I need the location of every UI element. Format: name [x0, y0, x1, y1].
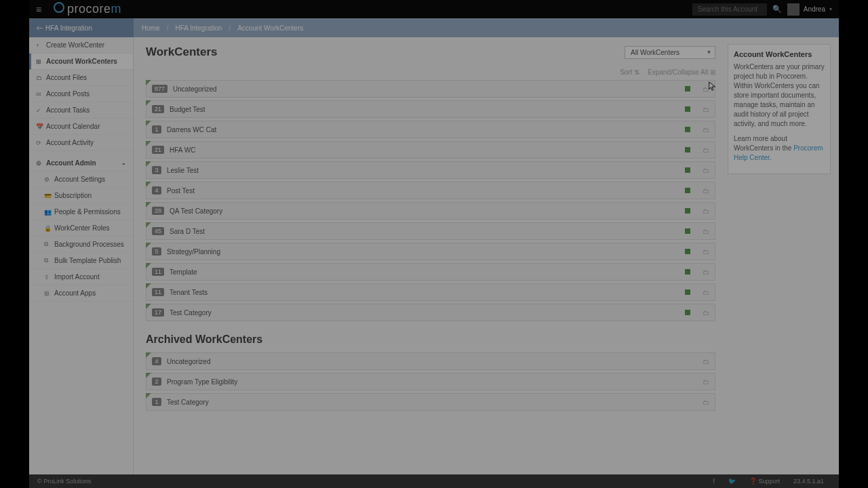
workcenter-name: Uncategorized — [167, 358, 210, 365]
sidebar-item-import-account[interactable]: ⇪Import Account — [29, 269, 133, 285]
user-menu-caret[interactable]: ▾ — [829, 6, 832, 12]
sidebar-item-background-processes[interactable]: ⧉Background Processes — [29, 237, 133, 253]
search-input[interactable] — [692, 3, 767, 16]
breadcrumb-sep: / — [229, 24, 231, 32]
twitter-icon[interactable]: 🐦 — [728, 478, 736, 485]
corner-icon — [146, 263, 151, 268]
sidebar-label: People & Permissions — [54, 208, 121, 216]
workcenter-count-badge: 1 — [152, 398, 161, 406]
sidebar-item-people-permissions[interactable]: 👥People & Permissions — [29, 204, 133, 220]
expand-icon: ⊞ — [710, 68, 715, 76]
workcenter-count-badge: 4 — [152, 357, 161, 365]
plus-icon: + — [36, 42, 42, 49]
avatar[interactable] — [787, 3, 800, 16]
sort-icon: ⇅ — [634, 68, 639, 76]
sidebar-label: Account Admin — [46, 159, 96, 167]
sidebar-item-account-admin[interactable]: ⚙ Account Admin ⌄ — [29, 155, 133, 171]
workcenter-count-badge: 877 — [152, 85, 167, 93]
workcenter-row[interactable]: 21Budget Test🗀 — [146, 100, 715, 118]
workcenter-row[interactable]: 3Leslie Test🗀 — [146, 161, 715, 179]
status-dot-icon — [685, 249, 690, 254]
archived-workcenter-row[interactable]: 4Uncategorized🗀 — [146, 352, 715, 370]
sidebar-item-subscription[interactable]: 💳Subscription — [29, 188, 133, 204]
archived-title: Archived WorkCenters — [146, 333, 715, 346]
info-panel: Account WorkCenters WorkCenters are your… — [728, 44, 831, 174]
workcenter-row[interactable]: 877Uncategorized🗀 — [146, 80, 715, 98]
sidebar-item-account-apps[interactable]: ⊞Account Apps — [29, 285, 133, 302]
status-dot-icon — [685, 167, 690, 173]
workcenter-count-badge: 21 — [152, 105, 164, 113]
workcenter-row[interactable]: 17Test Category🗀 — [146, 304, 715, 321]
archive-icon[interactable]: 🗀 — [703, 289, 709, 296]
archived-workcenter-row[interactable]: 1Test Category🗀 — [146, 393, 715, 411]
sidebar-item-account-posts[interactable]: ✉Account Posts — [29, 86, 133, 102]
archive-icon[interactable]: 🗀 — [703, 309, 709, 317]
workcenter-row[interactable]: 5Strategy/Planning🗀 — [146, 243, 715, 260]
sidebar-item-account-workcenters[interactable]: ⊞Account WorkCenters — [29, 54, 133, 70]
workcenter-name: Budget Test — [170, 106, 205, 113]
layers-icon: ⧉ — [44, 241, 50, 248]
breadcrumb-home[interactable]: Home — [142, 24, 160, 32]
search-icon[interactable]: 🔍 — [772, 5, 782, 14]
corner-icon — [146, 393, 151, 399]
sidebar-item-account-tasks[interactable]: ✓Account Tasks — [29, 102, 133, 119]
expand-collapse-button[interactable]: Expand/Collapse All ⊞ — [648, 68, 715, 76]
archive-icon[interactable]: 🗀 — [703, 228, 709, 235]
workcenter-row[interactable]: 11Template🗀 — [146, 263, 715, 281]
corner-icon — [146, 141, 151, 146]
folder-icon: 🗀 — [36, 75, 42, 81]
workcenter-name: Sara D Test — [170, 228, 205, 235]
sort-button[interactable]: Sort ⇅ — [620, 68, 639, 76]
filter-dropdown[interactable]: All WorkCenters — [625, 46, 715, 59]
archive-icon[interactable]: 🗀 — [703, 248, 709, 256]
archive-icon[interactable]: 🗀 — [703, 146, 709, 154]
workcenter-row[interactable]: 1Darrens WC Cat🗀 — [146, 121, 715, 138]
workcenter-name: Strategy/Planning — [167, 248, 220, 256]
archive-icon[interactable]: 🗀 — [703, 378, 709, 386]
workcenter-count-badge: 28 — [152, 207, 164, 215]
workcenter-row[interactable]: 28QA Test Category🗀 — [146, 202, 715, 220]
archive-icon[interactable]: 🗀 — [703, 187, 709, 195]
workcenter-name: HFA WC — [170, 146, 195, 154]
sidebar-item-workcenter-roles[interactable]: 🔒WorkCenter Roles — [29, 220, 133, 237]
archive-icon[interactable]: 🗀 — [703, 207, 709, 215]
sidebar-item-account-files[interactable]: 🗀Account Files — [29, 70, 133, 86]
facebook-icon[interactable]: f — [713, 478, 715, 485]
archive-icon[interactable]: 🗀 — [703, 268, 709, 276]
archive-icon[interactable]: 🗀 — [703, 167, 709, 174]
workcenter-row[interactable]: 11Tenant Tests🗀 — [146, 283, 715, 301]
workcenter-row[interactable]: 21HFA WC🗀 — [146, 141, 715, 159]
menu-icon[interactable]: ≡ — [36, 4, 48, 15]
support-link[interactable]: ❓ Support — [749, 478, 780, 485]
card-icon: 💳 — [44, 192, 50, 199]
sidebar-item-bulk-template-publish[interactable]: ⧉Bulk Template Publish — [29, 253, 133, 269]
archive-icon[interactable]: 🗀 — [703, 106, 709, 113]
sidebar-item-account-activity[interactable]: ⟳Account Activity — [29, 135, 133, 151]
archive-icon[interactable]: 🗀 — [703, 126, 709, 134]
archive-icon[interactable]: 🗀 — [703, 358, 709, 365]
workcenter-name: Template — [170, 268, 197, 276]
page-title: WorkCenters — [146, 45, 218, 59]
chevron-down-icon: ⌄ — [121, 160, 126, 166]
workcenter-row[interactable]: 45Sara D Test🗀 — [146, 222, 715, 240]
sidebar-item-account-calendar[interactable]: 📅Account Calendar — [29, 119, 133, 135]
workcenter-name: Tenant Tests — [170, 289, 208, 296]
workcenter-row[interactable]: 4Post Test🗀 — [146, 182, 715, 199]
archived-workcenter-row[interactable]: 2Program Type Eligibility🗀 — [146, 373, 715, 390]
sidebar-item-account-settings[interactable]: ⚙Account Settings — [29, 171, 133, 188]
corner-icon — [146, 373, 151, 378]
breadcrumb-lvl2[interactable]: Account WorkCenters — [237, 24, 303, 32]
sidebar-item-create-workcenter[interactable]: +Create WorkCenter — [29, 37, 133, 54]
corner-icon — [146, 80, 151, 85]
info-learn: Learn more about WorkCenters in the Proc… — [734, 134, 825, 163]
sidebar-label: Account Files — [46, 74, 87, 81]
footer-copyright: © ProLink Solutions — [37, 478, 91, 485]
archive-icon[interactable]: 🗀 — [703, 399, 709, 406]
sidebar-label: Create WorkCenter — [46, 41, 104, 49]
sidebar-label: Account Apps — [54, 289, 96, 297]
breadcrumb-lvl1[interactable]: HFA Integration — [175, 24, 222, 32]
sidebar-label: WorkCenter Roles — [54, 224, 110, 232]
logo[interactable]: procorem — [54, 2, 121, 16]
sidebar-label: Import Account — [54, 273, 100, 281]
context-badge[interactable]: 🡠 HFA Integration — [29, 18, 134, 37]
